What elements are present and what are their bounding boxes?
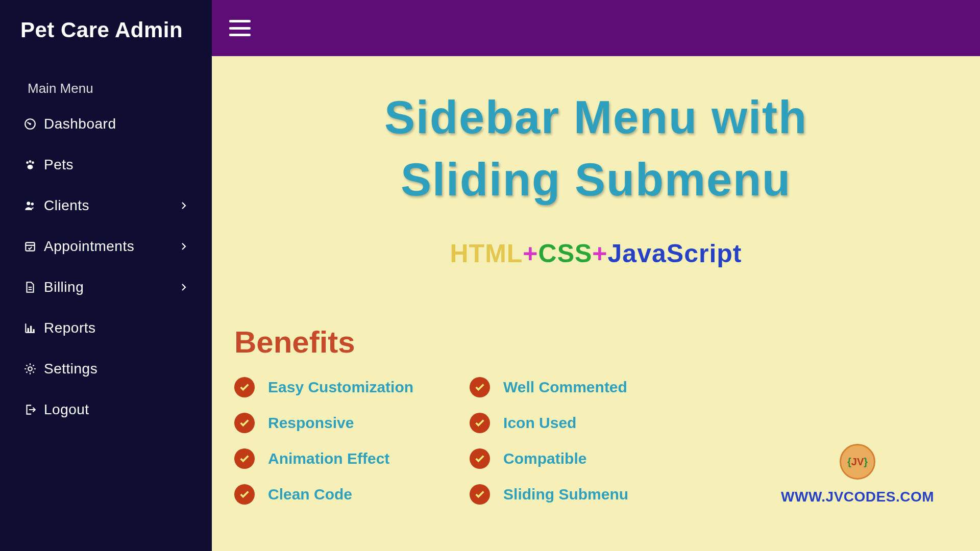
check-icon: [234, 413, 255, 433]
gauge-icon: [23, 117, 37, 131]
check-icon: [234, 377, 255, 397]
svg-point-7: [31, 203, 34, 205]
sub-plus1: +: [523, 239, 538, 268]
sidebar-item-label: Settings: [44, 361, 97, 377]
hero-title: Sidebar Menu with Sliding Submenu: [234, 87, 958, 211]
main: Sidebar Menu with Sliding Submenu HTML+C…: [212, 0, 980, 551]
sidebar-item-settings[interactable]: Settings: [0, 348, 212, 389]
chart-icon: [23, 321, 37, 335]
check-icon: [234, 448, 255, 469]
sidebar-item-billing[interactable]: Billing: [0, 267, 212, 308]
sidebar-item-dashboard[interactable]: Dashboard: [0, 104, 212, 144]
sub-html: HTML: [450, 239, 523, 268]
svg-point-1: [29, 123, 31, 125]
svg-point-6: [27, 202, 30, 205]
benefit-text: Animation Effect: [268, 450, 389, 467]
svg-point-2: [26, 161, 29, 164]
benefit-item: Responsive: [234, 413, 413, 433]
svg-point-4: [32, 161, 34, 164]
benefit-item: Well Commented: [470, 377, 628, 397]
users-icon: [23, 199, 37, 212]
sidebar-item-label: Dashboard: [44, 116, 116, 132]
benefit-text: Icon Used: [503, 414, 576, 432]
svg-point-3: [29, 160, 32, 163]
svg-point-5: [28, 165, 33, 169]
benefits-heading: Benefits: [234, 324, 958, 360]
benefit-item: Animation Effect: [234, 448, 413, 469]
sub-css: CSS: [538, 239, 593, 268]
gear-icon: [23, 362, 37, 375]
hero-line2: Sliding Submenu: [401, 154, 791, 205]
benefit-text: Compatible: [503, 450, 586, 467]
sidebar-section-label: Main Menu: [0, 65, 212, 104]
brand-title: Pet Care Admin: [0, 0, 212, 65]
check-icon: [470, 448, 490, 469]
benefit-text: Responsive: [268, 414, 354, 432]
sub-js: JavaScript: [608, 239, 742, 268]
sidebar-item-clients[interactable]: Clients: [0, 185, 212, 226]
content: Sidebar Menu with Sliding Submenu HTML+C…: [212, 56, 980, 551]
hamburger-icon[interactable]: [229, 20, 251, 36]
sidebar-item-label: Appointments: [44, 238, 134, 255]
sidebar-item-reports[interactable]: Reports: [0, 308, 212, 348]
sidebar-item-label: Logout: [44, 402, 89, 418]
check-icon: [470, 377, 490, 397]
benefit-item: Compatible: [470, 448, 628, 469]
footer: {JV} WWW.JVCODES.COM: [781, 444, 934, 505]
badge-text: JV: [851, 456, 864, 467]
benefit-item: Easy Customization: [234, 377, 413, 397]
svg-point-12: [28, 367, 32, 371]
sidebar-item-label: Billing: [44, 279, 84, 295]
benefits-col2: Well Commented Icon Used Compatible Slid…: [470, 377, 628, 505]
sidebar: Pet Care Admin Main Menu Dashboard Pets …: [0, 0, 212, 551]
footer-url: WWW.JVCODES.COM: [781, 489, 934, 505]
benefit-text: Easy Customization: [268, 379, 413, 396]
benefit-text: Well Commented: [503, 379, 627, 396]
jv-badge: {JV}: [840, 444, 875, 480]
sidebar-item-pets[interactable]: Pets: [0, 144, 212, 185]
chevron-right-icon: [179, 242, 188, 251]
benefit-item: Clean Code: [234, 484, 413, 505]
sub-plus2: +: [592, 239, 607, 268]
svg-rect-9: [28, 328, 29, 333]
svg-rect-8: [26, 242, 34, 251]
paw-icon: [23, 158, 37, 171]
sidebar-item-label: Reports: [44, 320, 96, 336]
sidebar-item-label: Clients: [44, 197, 89, 214]
benefit-item: Icon Used: [470, 413, 628, 433]
chevron-right-icon: [179, 283, 188, 292]
chevron-right-icon: [179, 201, 188, 210]
benefit-text: Clean Code: [268, 486, 352, 503]
check-icon: [470, 413, 490, 433]
benefits-col1: Easy Customization Responsive Animation …: [234, 377, 413, 505]
svg-rect-10: [30, 326, 32, 333]
hero-subline: HTML+CSS+JavaScript: [234, 239, 958, 268]
check-icon: [234, 484, 255, 505]
benefit-text: Sliding Submenu: [503, 486, 628, 503]
sidebar-item-logout[interactable]: Logout: [0, 389, 212, 430]
logout-icon: [23, 403, 37, 416]
sidebar-item-label: Pets: [44, 157, 74, 173]
check-icon: [470, 484, 490, 505]
svg-rect-11: [33, 329, 34, 333]
file-icon: [23, 281, 37, 294]
benefit-item: Sliding Submenu: [470, 484, 628, 505]
sidebar-item-appointments[interactable]: Appointments: [0, 226, 212, 267]
calendar-icon: [23, 240, 37, 253]
topbar: [212, 0, 980, 56]
hero-line1: Sidebar Menu with: [384, 92, 807, 143]
